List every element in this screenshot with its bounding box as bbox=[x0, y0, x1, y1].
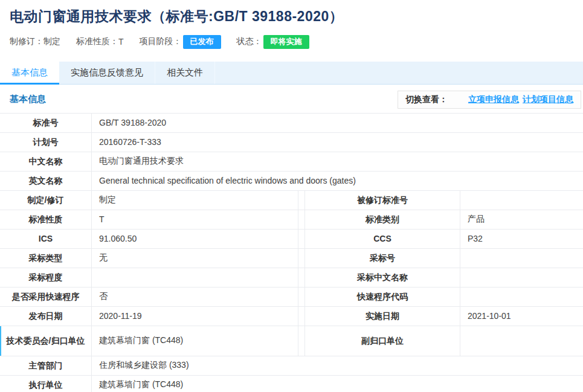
row-label: 中文名称 bbox=[0, 152, 92, 171]
table-row: ICS91.060.50CCSP32 bbox=[0, 230, 583, 249]
section-title: 基本信息 bbox=[10, 94, 46, 105]
meta-revision: 制修订： 制定 bbox=[10, 36, 60, 47]
table-row: 标准性质T标准类别产品 bbox=[0, 210, 583, 230]
row-label-2: CCS bbox=[304, 230, 460, 248]
row-label: 采标程度 bbox=[0, 268, 92, 287]
meta-revision-value: 制定 bbox=[43, 36, 60, 47]
row-label-2: 快速程序代码 bbox=[304, 288, 460, 306]
row-value-2 bbox=[460, 191, 583, 210]
row-label-2: 标准类别 bbox=[304, 210, 460, 229]
table-row: 是否采用快速程序否快速程序代码 bbox=[0, 288, 583, 307]
row-value: 否 bbox=[92, 288, 298, 306]
table-row: 采标程度采标中文名称 bbox=[0, 268, 583, 288]
section-header: 基本信息 切换查看： 立项申报信息 计划项目信息 bbox=[0, 85, 583, 113]
table-row: 制定/修订制定被修订标准号 bbox=[0, 191, 583, 210]
row-value: 无 bbox=[92, 249, 298, 268]
switch-view-label: 切换查看： bbox=[405, 94, 448, 105]
row-value: 91.060.50 bbox=[92, 230, 298, 248]
page-header: 电动门窗通用技术要求（标准号:GB/T 39188-2020） 制修订： 制定 … bbox=[0, 0, 583, 49]
row-label-2: 被修订标准号 bbox=[304, 191, 460, 210]
row-label-2: 采标号 bbox=[304, 249, 460, 268]
row-label: 主管部门 bbox=[0, 356, 92, 375]
column-spacer bbox=[298, 210, 304, 229]
row-label: 是否采用快速程序 bbox=[0, 288, 92, 306]
meta-stage: 项目阶段： 已发布 bbox=[140, 35, 221, 49]
row-value: 电动门窗通用技术要求 bbox=[92, 152, 583, 171]
row-value-2: P32 bbox=[460, 230, 583, 248]
row-label-2: 副归口单位 bbox=[304, 326, 460, 356]
table-row: 主管部门住房和城乡建设部 (333) bbox=[0, 356, 583, 376]
meta-revision-label: 制修订： bbox=[10, 36, 43, 47]
info-table: 标准号GB/T 39188-2020计划号20160726-T-333中文名称电… bbox=[0, 113, 583, 392]
tab-basic-info[interactable]: 基本信息 bbox=[0, 62, 59, 85]
row-label: 计划号 bbox=[0, 133, 92, 152]
table-row: 发布日期2020-11-19实施日期2021-10-01 bbox=[0, 307, 583, 326]
row-value: 制定 bbox=[92, 191, 298, 210]
row-value bbox=[92, 268, 298, 287]
column-spacer bbox=[298, 249, 304, 268]
table-row: 中文名称电动门窗通用技术要求 bbox=[0, 152, 583, 172]
column-spacer bbox=[298, 326, 304, 356]
row-label: 标准号 bbox=[0, 114, 92, 132]
meta-row: 制修订： 制定 标准性质： T 项目阶段： 已发布 状态： 即将实施 bbox=[10, 35, 573, 49]
row-label: 技术委员会/归口单位 bbox=[0, 326, 92, 356]
column-spacer bbox=[298, 191, 304, 210]
link-project-application-info[interactable]: 立项申报信息 bbox=[468, 94, 519, 105]
stage-badge: 已发布 bbox=[183, 35, 221, 49]
meta-nature: 标准性质： T bbox=[76, 36, 124, 47]
row-value: 住房和城乡建设部 (333) bbox=[92, 356, 583, 375]
row-label-2: 实施日期 bbox=[304, 307, 460, 326]
column-spacer bbox=[298, 230, 304, 248]
row-value: General technical specification of elect… bbox=[92, 172, 583, 190]
row-value-2: 2021-10-01 bbox=[460, 307, 583, 326]
row-label: 执行单位 bbox=[0, 376, 92, 392]
table-row: 执行单位建筑幕墙门窗 (TC448) bbox=[0, 376, 583, 392]
row-value-2: 产品 bbox=[460, 210, 583, 229]
meta-nature-label: 标准性质： bbox=[76, 36, 118, 47]
table-row: 英文名称General technical specification of e… bbox=[0, 172, 583, 191]
row-label: 英文名称 bbox=[0, 172, 92, 190]
row-value-2 bbox=[460, 268, 583, 287]
meta-status: 状态： 即将实施 bbox=[237, 35, 309, 49]
tab-bar: 基本信息 实施信息反馈意见 相关文件 bbox=[0, 62, 583, 85]
row-value: 2020-11-19 bbox=[92, 307, 298, 326]
row-label: 制定/修订 bbox=[0, 191, 92, 210]
row-label-2: 采标中文名称 bbox=[304, 268, 460, 287]
row-value: GB/T 39188-2020 bbox=[92, 114, 583, 132]
table-row: 技术委员会/归口单位建筑幕墙门窗 (TC448)副归口单位 bbox=[0, 326, 583, 356]
row-value: 建筑幕墙门窗 (TC448) bbox=[92, 326, 298, 356]
meta-status-label: 状态： bbox=[237, 36, 262, 47]
table-row: 采标类型无采标号 bbox=[0, 249, 583, 268]
link-plan-project-info[interactable]: 计划项目信息 bbox=[523, 94, 573, 105]
row-label: 标准性质 bbox=[0, 210, 92, 229]
row-value: 20160726-T-333 bbox=[92, 133, 583, 152]
column-spacer bbox=[298, 307, 304, 326]
row-label: 发布日期 bbox=[0, 307, 92, 326]
tab-implementation-feedback[interactable]: 实施信息反馈意见 bbox=[59, 62, 155, 85]
column-spacer bbox=[298, 268, 304, 287]
table-row: 标准号GB/T 39188-2020 bbox=[0, 114, 583, 133]
table-row: 计划号20160726-T-333 bbox=[0, 133, 583, 152]
status-badge: 即将实施 bbox=[263, 35, 309, 49]
row-value: 建筑幕墙门窗 (TC448) bbox=[92, 376, 583, 392]
switch-view-box: 切换查看： 立项申报信息 计划项目信息 bbox=[398, 91, 581, 109]
tab-related-files[interactable]: 相关文件 bbox=[155, 62, 215, 85]
row-value-2 bbox=[460, 326, 583, 356]
column-spacer bbox=[298, 288, 304, 306]
page-title: 电动门窗通用技术要求（标准号:GB/T 39188-2020） bbox=[10, 8, 573, 26]
row-value-2 bbox=[460, 288, 583, 306]
row-value-2 bbox=[460, 249, 583, 268]
meta-nature-value: T bbox=[118, 37, 124, 47]
row-label: ICS bbox=[0, 230, 92, 248]
meta-stage-label: 项目阶段： bbox=[140, 36, 182, 47]
row-value: T bbox=[92, 210, 298, 229]
row-label: 采标类型 bbox=[0, 249, 92, 268]
